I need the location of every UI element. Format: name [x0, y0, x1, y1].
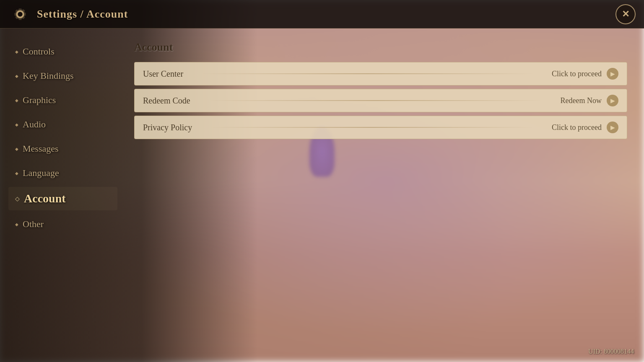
option-action-privacy-policy: Click to proceed: [552, 123, 602, 132]
option-right-redeem-code: Redeem Now▶: [561, 95, 618, 106]
arrow-icon-user-center: ▶: [607, 68, 618, 80]
arrow-icon-redeem-code: ▶: [607, 95, 618, 106]
option-action-redeem-code: Redeem Now: [561, 96, 602, 105]
option-row-privacy-policy[interactable]: Privacy PolicyClick to proceed▶: [134, 116, 627, 139]
content-title: Account: [134, 41, 627, 54]
sidebar-item-key-bindings[interactable]: ◆Key Bindings: [8, 65, 117, 86]
option-divider-privacy-policy: [209, 127, 535, 128]
bullet-icon-account: ◇: [15, 195, 20, 202]
option-label-redeem-code: Redeem Code: [143, 96, 190, 106]
option-row-redeem-code[interactable]: Redeem CodeRedeem Now▶: [134, 89, 627, 112]
bullet-icon-language: ◆: [15, 171, 18, 176]
bullet-icon-controls: ◆: [15, 49, 18, 54]
bullet-icon-key-bindings: ◆: [15, 74, 18, 78]
arrow-icon-privacy-policy: ▶: [607, 122, 618, 133]
option-right-privacy-policy: Click to proceed▶: [552, 122, 618, 133]
option-divider-user-center: [200, 73, 535, 74]
sidebar-item-controls[interactable]: ◆Controls: [8, 41, 117, 62]
sidebar-item-other[interactable]: ◆Other: [8, 214, 117, 235]
sidebar-label-account: Account: [24, 192, 66, 205]
sidebar-label-language: Language: [23, 168, 59, 178]
sidebar-label-controls: Controls: [23, 46, 55, 57]
bullet-icon-audio: ◆: [15, 122, 18, 127]
uid-label: UID: 800008144: [588, 348, 634, 355]
option-row-user-center[interactable]: User CenterClick to proceed▶: [134, 62, 627, 85]
close-button[interactable]: ✕: [615, 4, 636, 24]
sidebar-label-messages: Messages: [23, 143, 59, 154]
bullet-icon-messages: ◆: [15, 147, 18, 151]
main-content: ◆Controls◆Key Bindings◆Graphics◆Audio◆Me…: [0, 28, 644, 362]
header-title: Settings / Account: [37, 8, 128, 21]
sidebar-item-graphics[interactable]: ◆Graphics: [8, 90, 117, 111]
sidebar-label-graphics: Graphics: [23, 95, 56, 106]
sidebar-item-account[interactable]: ◇Account: [8, 187, 117, 210]
option-label-privacy-policy: Privacy Policy: [143, 123, 192, 132]
sidebar-item-messages[interactable]: ◆Messages: [8, 138, 117, 159]
settings-icon: [10, 4, 30, 24]
bullet-icon-other: ◆: [15, 222, 18, 227]
sidebar-item-audio[interactable]: ◆Audio: [8, 114, 117, 135]
header: Settings / Account ✕: [0, 0, 644, 28]
sidebar-label-audio: Audio: [23, 119, 46, 130]
option-label-user-center: User Center: [143, 69, 183, 79]
content-panel: Account User CenterClick to proceed▶Rede…: [117, 28, 644, 362]
sidebar-label-key-bindings: Key Bindings: [23, 70, 74, 81]
option-right-user-center: Click to proceed▶: [552, 68, 618, 80]
option-divider-redeem-code: [207, 100, 544, 101]
sidebar-item-language[interactable]: ◆Language: [8, 163, 117, 184]
sidebar-label-other: Other: [23, 219, 44, 230]
gear-svg: [10, 4, 30, 24]
bullet-icon-graphics: ◆: [15, 98, 18, 103]
sidebar: ◆Controls◆Key Bindings◆Graphics◆Audio◆Me…: [0, 28, 117, 362]
option-action-user-center: Click to proceed: [552, 70, 602, 78]
